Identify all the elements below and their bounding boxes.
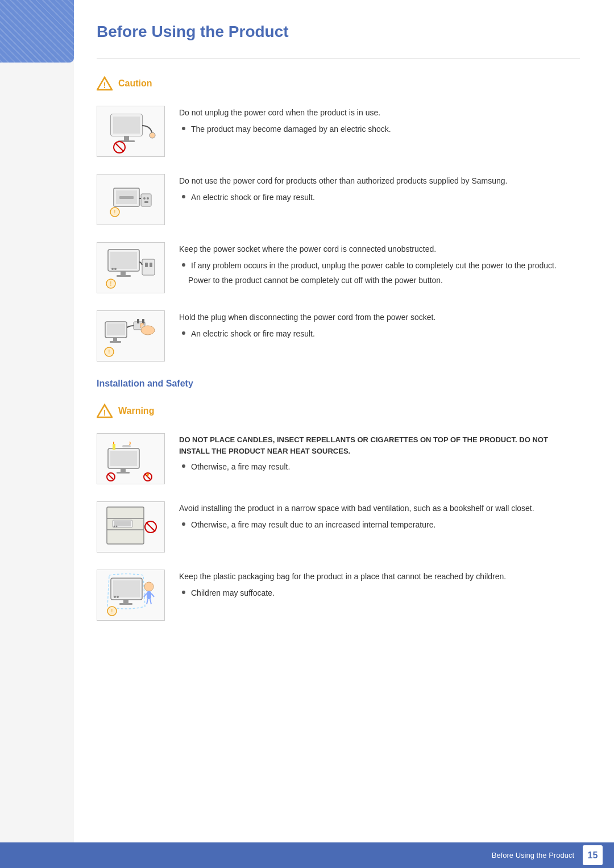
- warning-image-2: [97, 501, 165, 553]
- svg-point-68: [144, 582, 154, 591]
- caution-bullet-text-4: An electric shock or fire may result.: [191, 328, 315, 340]
- svg-rect-12: [119, 196, 134, 199]
- caution-item-4: ! Hold the plug when disconnecting the p…: [97, 310, 580, 362]
- warning-bullet-text-2: Otherwise, a fire may result due to an i…: [191, 519, 435, 531]
- svg-point-58: [114, 526, 115, 528]
- caution-item-3: ! Keep the power socket where the power …: [97, 242, 580, 293]
- warning-main-text-3: Keep the plastic packaging bag for the p…: [179, 571, 580, 583]
- svg-text:!: !: [103, 408, 106, 417]
- caution-bullet-text-3: If any problem occurs in the product, un…: [191, 260, 557, 272]
- caution-text-3: Keep the power socket where the power co…: [179, 242, 580, 286]
- bullet-dot: [182, 591, 185, 594]
- warning-text-3: Keep the plastic packaging bag for the p…: [179, 570, 580, 602]
- warning-text-2: Avoid installing the product in a narrow…: [179, 501, 580, 534]
- svg-rect-16: [144, 201, 148, 203]
- bullet-dot: [182, 195, 185, 198]
- warning-bullet-text-1: Otherwise, a fire may result.: [191, 461, 290, 473]
- caution-icon: !: [97, 76, 113, 92]
- bullet-dot: [182, 127, 185, 130]
- svg-rect-25: [142, 259, 155, 275]
- svg-point-65: [117, 596, 119, 598]
- svg-point-64: [114, 596, 116, 598]
- warning-item-1: DO NOT PLACE CANDLES, INSECT REPELLANTS …: [97, 433, 580, 484]
- svg-point-22: [114, 268, 117, 270]
- diagonal-pattern: [0, 0, 74, 63]
- warning-item-2: Avoid installing the product in a narrow…: [97, 501, 580, 553]
- caution-section-header: ! Caution: [97, 76, 580, 92]
- warning-section-header: ! Warning: [97, 403, 580, 419]
- svg-text:!: !: [110, 281, 112, 287]
- svg-rect-48: [117, 472, 130, 474]
- left-sidebar: [0, 0, 74, 868]
- page-title: Before Using the Product: [97, 11, 580, 59]
- bullet-dot: [182, 263, 185, 267]
- svg-rect-46: [122, 445, 131, 447]
- svg-rect-47: [121, 468, 126, 472]
- warning-bullet-text-3: Children may suffocate.: [191, 587, 275, 599]
- svg-rect-13: [141, 194, 151, 206]
- bullet-dot: [182, 522, 185, 526]
- installation-heading: Installation and Safety: [97, 379, 580, 389]
- caution-bullet-4: An electric shock or fire may result.: [182, 328, 580, 340]
- svg-rect-67: [119, 603, 132, 605]
- caution-item-2: ! Do not use the power cord for products…: [97, 174, 580, 225]
- svg-rect-32: [142, 319, 144, 323]
- svg-text:!: !: [109, 349, 110, 355]
- caution-image-2: !: [97, 174, 165, 225]
- warning-main-text-1: DO NOT PLACE CANDLES, INSECT REPELLANTS …: [179, 434, 580, 456]
- svg-rect-44: [113, 444, 115, 450]
- svg-rect-31: [137, 319, 139, 323]
- svg-line-61: [146, 522, 155, 531]
- svg-point-21: [111, 268, 114, 270]
- warning-bullet-2: Otherwise, a fire may result due to an i…: [182, 519, 580, 531]
- svg-text:!: !: [103, 81, 106, 90]
- bullet-dot: [182, 331, 185, 335]
- caution-label: Caution: [118, 78, 152, 89]
- caution-bullet-2: An electric shock or fire may result.: [182, 192, 580, 203]
- main-content: Before Using the Product ! Caution: [74, 0, 614, 672]
- svg-point-59: [116, 526, 118, 528]
- caution-bullet-1: The product may become damaged by an ele…: [182, 123, 580, 135]
- svg-rect-4: [113, 117, 140, 134]
- caution-main-text-1: Do not unplug the power cord when the pr…: [179, 107, 580, 119]
- warning-label: Warning: [118, 406, 154, 416]
- caution-text-4: Hold the plug when disconnecting the pow…: [179, 310, 580, 343]
- svg-point-14: [143, 197, 146, 200]
- svg-rect-69: [147, 591, 151, 599]
- svg-rect-24: [117, 275, 131, 277]
- caution-text-2: Do not use the power cord for products o…: [179, 174, 580, 206]
- svg-point-33: [141, 326, 155, 335]
- warning-image-3: !: [97, 570, 165, 621]
- page-footer: Before Using the Product 15: [0, 842, 614, 868]
- svg-rect-63: [113, 580, 140, 597]
- svg-rect-20: [110, 252, 137, 269]
- warning-bullet-1: Otherwise, a fire may result.: [182, 461, 580, 473]
- warning-text-1: DO NOT PLACE CANDLES, INSECT REPELLANTS …: [179, 433, 580, 476]
- bullet-dot: [182, 464, 185, 468]
- svg-rect-26: [145, 263, 148, 267]
- svg-rect-27: [150, 263, 152, 267]
- svg-line-71: [151, 593, 154, 597]
- svg-text:!: !: [111, 608, 113, 614]
- warning-image-1: [97, 433, 165, 484]
- svg-rect-37: [110, 341, 121, 343]
- svg-text:!: !: [114, 209, 116, 215]
- svg-rect-43: [110, 451, 137, 466]
- svg-rect-5: [124, 136, 129, 140]
- warning-main-text-2: Avoid installing the product in a narrow…: [179, 502, 580, 514]
- warning-icon: !: [97, 403, 113, 419]
- caution-image-3: !: [97, 242, 165, 293]
- page-number: 15: [583, 845, 603, 865]
- caution-bullet-text-1: The product may become damaged by an ele…: [191, 123, 391, 135]
- svg-rect-35: [107, 323, 125, 335]
- caution-image-4: !: [97, 310, 165, 362]
- svg-point-7: [150, 132, 155, 138]
- caution-main-text-2: Do not use the power cord for products o…: [179, 175, 580, 187]
- caution-image-1: [97, 106, 165, 157]
- caution-bullet-text-2: An electric shock or fire may result.: [191, 192, 315, 203]
- svg-rect-66: [123, 600, 128, 603]
- svg-point-15: [147, 197, 149, 200]
- svg-line-73: [150, 599, 151, 604]
- svg-line-72: [147, 599, 148, 604]
- caution-main-text-3: Keep the power socket where the power co…: [179, 243, 580, 255]
